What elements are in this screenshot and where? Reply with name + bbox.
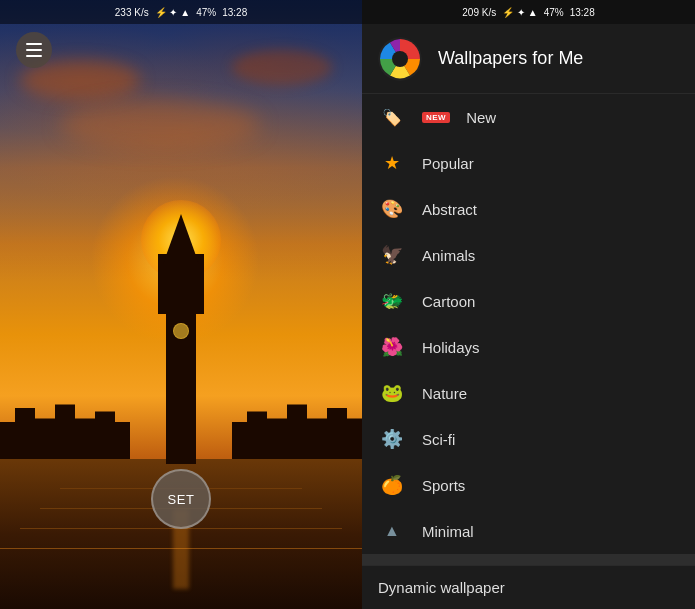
menu-item-animals[interactable]: 🦅Animals (362, 232, 695, 278)
dynamic-wallpaper-label: Dynamic wallpaper (378, 579, 505, 596)
new-badge: NEW (422, 112, 450, 123)
menu-item-label-cartoon: Cartoon (422, 293, 679, 310)
menu-item-icon-minimal: ▲ (378, 517, 406, 545)
menu-item-minimal[interactable]: ▲Minimal (362, 508, 695, 554)
menu-item-cities[interactable]: 🏙️Cities (362, 554, 695, 565)
menu-item-label-sports: Sports (422, 477, 679, 494)
set-button[interactable]: SET (151, 469, 211, 529)
menu-item-icon-cities: 🏙️ (378, 563, 406, 565)
left-status-time: 13:28 (222, 7, 247, 18)
menu-item-icon-nature: 🐸 (378, 379, 406, 407)
menu-item-label-abstract: Abstract (422, 201, 679, 218)
menu-item-cartoon[interactable]: 🐲Cartoon (362, 278, 695, 324)
left-panel: 233 K/s ⚡ ✦ ▲ 47% 13:28 SET (0, 0, 362, 609)
menu-item-new[interactable]: 🏷️NEWNew (362, 94, 695, 140)
menu-item-icon-animals: 🦅 (378, 241, 406, 269)
menu-button[interactable] (16, 32, 52, 68)
menu-item-icon-cartoon: 🐲 (378, 287, 406, 315)
menu-item-icon-popular: ★ (378, 149, 406, 177)
menu-item-icon-holidays: 🌺 (378, 333, 406, 361)
menu-item-icon-new: 🏷️ (378, 103, 406, 131)
left-status-icons: ⚡ ✦ ▲ (155, 7, 190, 18)
menu-item-label-new: New (466, 109, 679, 126)
right-status-speed: 209 K/s (462, 7, 496, 18)
menu-list: 🏷️NEWNew★Popular🎨Abstract🦅Animals🐲Cartoo… (362, 94, 695, 565)
app-logo (378, 37, 422, 81)
menu-item-label-popular: Popular (422, 155, 679, 172)
hamburger-icon (26, 43, 42, 57)
right-status-icons: ⚡ ✦ ▲ (502, 7, 537, 18)
menu-item-label-holidays: Holidays (422, 339, 679, 356)
menu-item-popular[interactable]: ★Popular (362, 140, 695, 186)
menu-item-label-minimal: Minimal (422, 523, 679, 540)
menu-item-label-nature: Nature (422, 385, 679, 402)
app-title: Wallpapers for Me (438, 48, 583, 69)
menu-item-sports[interactable]: 🍊Sports (362, 462, 695, 508)
set-button-label: SET (168, 492, 195, 507)
menu-item-label-scifi: Sci-fi (422, 431, 679, 448)
menu-item-icon-abstract: 🎨 (378, 195, 406, 223)
status-bar-left: 233 K/s ⚡ ✦ ▲ 47% 13:28 (0, 0, 362, 24)
right-status-time: 13:28 (570, 7, 595, 18)
svg-point-1 (392, 51, 408, 67)
right-panel: 209 K/s ⚡ ✦ ▲ 47% 13:28 Wallpapers for M… (362, 0, 695, 609)
status-bar-right: 209 K/s ⚡ ✦ ▲ 47% 13:28 (362, 0, 695, 24)
menu-item-icon-scifi: ⚙️ (378, 425, 406, 453)
menu-item-holidays[interactable]: 🌺Holidays (362, 324, 695, 370)
dynamic-wallpaper-item[interactable]: Dynamic wallpaper (362, 565, 695, 609)
right-status-battery: 47% (544, 7, 564, 18)
menu-item-icon-sports: 🍊 (378, 471, 406, 499)
menu-item-scifi[interactable]: ⚙️Sci-fi (362, 416, 695, 462)
left-status-battery: 47% (196, 7, 216, 18)
menu-item-abstract[interactable]: 🎨Abstract (362, 186, 695, 232)
menu-item-label-animals: Animals (422, 247, 679, 264)
app-header: Wallpapers for Me (362, 24, 695, 94)
left-status-speed: 233 K/s (115, 7, 149, 18)
menu-item-nature[interactable]: 🐸Nature (362, 370, 695, 416)
